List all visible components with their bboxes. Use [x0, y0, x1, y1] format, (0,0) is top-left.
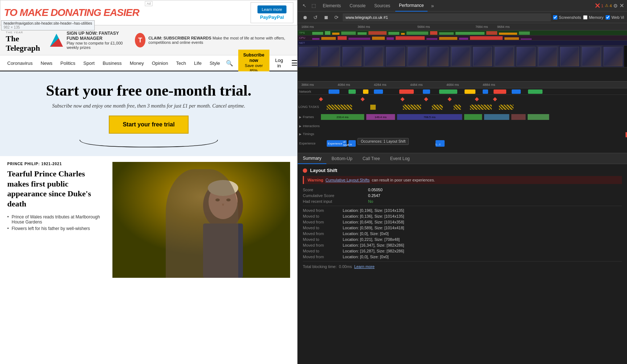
bullet-1: Prince of Wales reads tributes at Marlbo… [7, 214, 105, 225]
ad-paypal: Learn more PayPayPal [251, 2, 293, 23]
long-task-4 [432, 105, 443, 110]
learn-more-link[interactable]: Learn more [354, 264, 375, 269]
telegraph-logo: The Telegraph [6, 34, 44, 53]
moved-to-key-7: Moved to [303, 249, 343, 253]
net-seg-6 [423, 89, 430, 94]
interactions-label: Interactions [303, 124, 332, 128]
frame-block-7 [528, 114, 549, 120]
article-title: Tearful Prince Charles makes first publi… [7, 169, 105, 209]
moved-to-val-3: Location: [0,589], Size: [1014x418] [343, 226, 404, 230]
screenshots-checkbox[interactable] [553, 15, 557, 20]
bracket-decoration [7, 138, 290, 149]
score-value: 0.05050 [368, 188, 383, 192]
screenshot-3 [341, 46, 363, 67]
screenshot-15 [602, 46, 624, 67]
cumulative-layout-shifts-link[interactable]: Cumulative Layout Shifts [326, 178, 370, 182]
net-seg-12 [528, 89, 543, 94]
article-section: PRINCE PHILIP: 1921-2021 Tearful Prince … [0, 156, 297, 284]
tab-elements[interactable]: Elements [319, 0, 345, 12]
net-seg-7 [439, 89, 457, 94]
svg-rect-21 [519, 32, 530, 35]
net-seg-4 [374, 89, 383, 94]
warning-text: can result in poor user experiences. [372, 178, 435, 182]
nav-item-opinion[interactable]: Opinion [148, 55, 172, 71]
total-blocking-value: 0.00ms [339, 264, 352, 269]
triangle-icon [50, 34, 63, 47]
trial-button[interactable]: Start your free trial [109, 116, 188, 134]
interactions-expand-icon[interactable]: ▶ [298, 125, 303, 128]
tab-summary[interactable]: Summary [298, 153, 326, 164]
nav-item-politics[interactable]: Politics [57, 55, 79, 71]
more-tabs-button[interactable]: » [429, 1, 436, 10]
nav-item-tech[interactable]: Tech [172, 55, 189, 71]
nav-item-business[interactable]: Business [99, 55, 125, 71]
devtools-controls: ⏺ ↺ ⏹ ⟳ Screenshots Memory Web Vi [298, 12, 627, 23]
tab-sources[interactable]: Sources [371, 0, 394, 12]
tab-call-tree[interactable]: Call Tree [358, 153, 385, 164]
tab-event-log[interactable]: Event Log [385, 153, 415, 164]
url-input[interactable] [343, 13, 551, 21]
nav-item-life[interactable]: Life [190, 55, 205, 71]
website-panel: Ad TO MAKE DONATING EASIER Learn more Pa… [0, 0, 297, 364]
tab-console[interactable]: Console [346, 0, 369, 12]
move-row-6: Moved from Location: [16,347], Size: [98… [303, 243, 622, 247]
search-button[interactable]: 🔍 [224, 58, 235, 69]
nav-item-coronavirus[interactable]: Coronavirus [4, 55, 36, 71]
claim-box: T CLAIM: SUBSCRIBER REWARDS Make the mos… [135, 33, 292, 47]
cumulative-score-key: Cumulative Score [303, 193, 368, 198]
frames-expand-icon[interactable]: ▶ [298, 116, 303, 119]
bullet-2: Flowers left for his father by well-wish… [7, 225, 105, 232]
nav-item-style[interactable]: Style [206, 55, 224, 71]
webvi-checkbox[interactable] [606, 15, 610, 20]
tab-performance[interactable]: Performance [395, 0, 428, 12]
moved-to-val-7: Location: [16,287], Size: [982x286] [343, 249, 404, 253]
fantasy-icon [50, 34, 63, 47]
login-button[interactable]: Log in [272, 58, 286, 68]
move-row-2: Moved from Location: [0,649], Size: [101… [303, 220, 622, 224]
memory-checkbox[interactable] [583, 15, 587, 20]
screenshot-11 [515, 46, 537, 67]
frame-block-4 [464, 114, 482, 120]
recent-input-value: No [368, 199, 373, 204]
screenshot-12 [537, 46, 559, 67]
long-task-2 [370, 105, 376, 110]
stop-button[interactable]: ⏹ [322, 13, 330, 21]
timings-marker [626, 132, 627, 137]
net-seg-10 [494, 89, 506, 94]
timings-label: Timings [303, 132, 332, 136]
svg-rect-11 [358, 32, 367, 35]
reload-button[interactable]: ↺ [312, 13, 319, 21]
timeline-tracks: TPS [298, 30, 627, 81]
tab-bottom-up[interactable]: Bottom-Up [326, 153, 357, 164]
close-devtools-button[interactable]: ✕ [619, 2, 624, 9]
nav-item-sport[interactable]: Sport [80, 55, 98, 71]
fps-bar: TPS [298, 30, 627, 35]
nav-item-money[interactable]: Money [126, 55, 148, 71]
svg-rect-19 [486, 31, 497, 35]
menu-button[interactable]: ☰ [289, 59, 297, 67]
svg-rect-33 [504, 37, 519, 40]
cursor-icon-button[interactable]: ↖ [301, 2, 308, 9]
svg-rect-17 [439, 32, 454, 35]
nav-item-news[interactable]: News [37, 55, 56, 71]
inspect-icon-button[interactable]: ⬚ [310, 2, 318, 9]
svg-rect-26 [372, 37, 385, 40]
timings-expand-icon[interactable]: ▶ [298, 133, 303, 136]
screenshots-strip [298, 46, 627, 67]
frames-row: ▶ Frames 233.4 ms 149.4 ms 768.5 ms [298, 113, 627, 121]
screenshots-checkbox-group: Screenshots [553, 15, 581, 20]
clear-button[interactable]: ⟳ [333, 13, 341, 21]
record-button[interactable]: ⏺ [301, 13, 309, 21]
experience-block-1[interactable]: Experience ut Shift [327, 140, 347, 147]
learn-more-button[interactable]: Learn more [257, 5, 286, 13]
settings-button[interactable]: ⚙ [613, 3, 618, 9]
warn-icon: ⚠ [605, 3, 609, 8]
ruler2-mark-1: 3884 ms [301, 83, 314, 87]
moved-from-key-0: Moved from [303, 208, 343, 213]
net-bar: NET [298, 41, 627, 46]
moved-from-val-2: Location: [0,649], Size: [1014x358] [343, 220, 404, 224]
net-seg-8 [465, 89, 475, 94]
frame-block-6 [511, 114, 526, 120]
net-seg-3 [363, 89, 368, 94]
svg-rect-10 [341, 32, 356, 35]
